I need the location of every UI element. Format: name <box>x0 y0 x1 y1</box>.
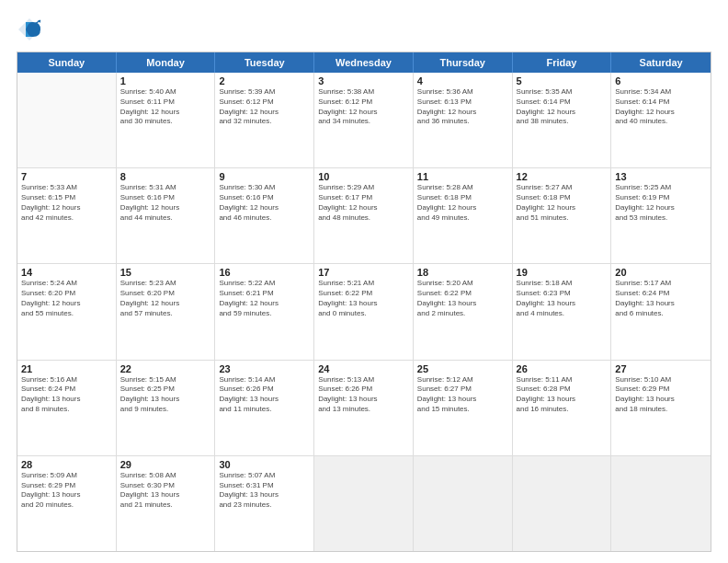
day-cell-4: 4Sunrise: 5:36 AM Sunset: 6:13 PM Daylig… <box>414 73 513 167</box>
empty-cell <box>17 73 117 167</box>
day-cell-28: 28Sunrise: 5:09 AM Sunset: 6:29 PM Dayli… <box>17 456 117 551</box>
day-number: 2 <box>219 75 310 86</box>
day-number: 22 <box>120 363 211 374</box>
day-cell-7: 7Sunrise: 5:33 AM Sunset: 6:15 PM Daylig… <box>17 168 117 263</box>
day-info: Sunrise: 5:07 AM Sunset: 6:31 PM Dayligh… <box>219 471 310 511</box>
day-cell-29: 29Sunrise: 5:08 AM Sunset: 6:30 PM Dayli… <box>117 456 216 551</box>
day-info: Sunrise: 5:21 AM Sunset: 6:22 PM Dayligh… <box>318 279 409 318</box>
day-info: Sunrise: 5:22 AM Sunset: 6:21 PM Dayligh… <box>219 279 310 318</box>
day-number: 11 <box>417 171 508 182</box>
day-info: Sunrise: 5:16 AM Sunset: 6:24 PM Dayligh… <box>21 375 112 415</box>
day-info: Sunrise: 5:40 AM Sunset: 6:11 PM Dayligh… <box>120 87 211 127</box>
day-info: Sunrise: 5:35 AM Sunset: 6:14 PM Dayligh… <box>517 87 608 127</box>
day-info: Sunrise: 5:13 AM Sunset: 6:26 PM Dayligh… <box>318 375 409 415</box>
day-cell-14: 14Sunrise: 5:24 AM Sunset: 6:20 PM Dayli… <box>17 264 117 359</box>
day-info: Sunrise: 5:39 AM Sunset: 6:12 PM Dayligh… <box>219 87 310 127</box>
day-info: Sunrise: 5:30 AM Sunset: 6:16 PM Dayligh… <box>219 183 310 223</box>
day-number: 3 <box>318 75 409 86</box>
day-number: 17 <box>318 267 409 278</box>
day-info: Sunrise: 5:34 AM Sunset: 6:14 PM Dayligh… <box>615 87 707 127</box>
day-number: 5 <box>517 75 608 86</box>
week-row-2: 7Sunrise: 5:33 AM Sunset: 6:15 PM Daylig… <box>17 168 711 264</box>
page: SundayMondayTuesdayWednesdayThursdayFrid… <box>0 0 728 563</box>
day-cell-24: 24Sunrise: 5:13 AM Sunset: 6:26 PM Dayli… <box>314 361 414 455</box>
day-number: 14 <box>21 267 112 278</box>
logo-icon <box>17 17 42 42</box>
empty-cell <box>414 456 513 551</box>
week-row-1: 1Sunrise: 5:40 AM Sunset: 6:11 PM Daylig… <box>17 73 711 168</box>
day-cell-8: 8Sunrise: 5:31 AM Sunset: 6:16 PM Daylig… <box>117 168 216 263</box>
day-number: 29 <box>120 459 211 470</box>
day-number: 27 <box>615 363 707 374</box>
day-cell-2: 2Sunrise: 5:39 AM Sunset: 6:12 PM Daylig… <box>215 73 314 167</box>
day-cell-15: 15Sunrise: 5:23 AM Sunset: 6:20 PM Dayli… <box>117 264 216 359</box>
header-day-friday: Friday <box>513 52 612 73</box>
calendar-body: 1Sunrise: 5:40 AM Sunset: 6:11 PM Daylig… <box>17 73 711 551</box>
day-info: Sunrise: 5:08 AM Sunset: 6:30 PM Dayligh… <box>120 471 211 511</box>
day-cell-16: 16Sunrise: 5:22 AM Sunset: 6:21 PM Dayli… <box>215 264 314 359</box>
day-number: 28 <box>21 459 112 470</box>
week-row-4: 21Sunrise: 5:16 AM Sunset: 6:24 PM Dayli… <box>17 361 711 456</box>
day-cell-23: 23Sunrise: 5:14 AM Sunset: 6:26 PM Dayli… <box>215 361 314 455</box>
day-number: 24 <box>318 363 409 374</box>
day-info: Sunrise: 5:25 AM Sunset: 6:19 PM Dayligh… <box>615 183 707 223</box>
day-cell-18: 18Sunrise: 5:20 AM Sunset: 6:22 PM Dayli… <box>414 264 513 359</box>
day-number: 15 <box>120 267 211 278</box>
day-cell-27: 27Sunrise: 5:10 AM Sunset: 6:29 PM Dayli… <box>611 361 711 455</box>
header-day-wednesday: Wednesday <box>314 52 414 73</box>
day-number: 1 <box>120 75 211 86</box>
day-cell-19: 19Sunrise: 5:18 AM Sunset: 6:23 PM Dayli… <box>513 264 612 359</box>
day-number: 23 <box>219 363 310 374</box>
day-cell-10: 10Sunrise: 5:29 AM Sunset: 6:17 PM Dayli… <box>314 168 414 263</box>
day-info: Sunrise: 5:36 AM Sunset: 6:13 PM Dayligh… <box>417 87 508 127</box>
day-number: 12 <box>517 171 608 182</box>
day-cell-9: 9Sunrise: 5:30 AM Sunset: 6:16 PM Daylig… <box>215 168 314 263</box>
week-row-5: 28Sunrise: 5:09 AM Sunset: 6:29 PM Dayli… <box>17 456 711 551</box>
day-cell-21: 21Sunrise: 5:16 AM Sunset: 6:24 PM Dayli… <box>17 361 117 455</box>
day-info: Sunrise: 5:15 AM Sunset: 6:25 PM Dayligh… <box>120 375 211 415</box>
day-number: 26 <box>517 363 608 374</box>
day-info: Sunrise: 5:23 AM Sunset: 6:20 PM Dayligh… <box>120 279 211 318</box>
day-number: 25 <box>417 363 508 374</box>
day-info: Sunrise: 5:14 AM Sunset: 6:26 PM Dayligh… <box>219 375 310 415</box>
day-number: 16 <box>219 267 310 278</box>
day-cell-25: 25Sunrise: 5:12 AM Sunset: 6:27 PM Dayli… <box>414 361 513 455</box>
day-info: Sunrise: 5:11 AM Sunset: 6:28 PM Dayligh… <box>517 375 608 415</box>
day-cell-11: 11Sunrise: 5:28 AM Sunset: 6:18 PM Dayli… <box>414 168 513 263</box>
calendar-header: SundayMondayTuesdayWednesdayThursdayFrid… <box>17 52 711 73</box>
day-cell-26: 26Sunrise: 5:11 AM Sunset: 6:28 PM Dayli… <box>513 361 612 455</box>
day-number: 18 <box>417 267 508 278</box>
day-number: 8 <box>120 171 211 182</box>
day-cell-30: 30Sunrise: 5:07 AM Sunset: 6:31 PM Dayli… <box>215 456 314 551</box>
week-row-3: 14Sunrise: 5:24 AM Sunset: 6:20 PM Dayli… <box>17 264 711 360</box>
logo <box>17 17 46 42</box>
empty-cell <box>314 456 414 551</box>
day-cell-1: 1Sunrise: 5:40 AM Sunset: 6:11 PM Daylig… <box>117 73 216 167</box>
header <box>17 17 711 42</box>
day-number: 13 <box>615 171 707 182</box>
day-number: 9 <box>219 171 310 182</box>
day-cell-13: 13Sunrise: 5:25 AM Sunset: 6:19 PM Dayli… <box>611 168 711 263</box>
day-cell-17: 17Sunrise: 5:21 AM Sunset: 6:22 PM Dayli… <box>314 264 414 359</box>
day-info: Sunrise: 5:18 AM Sunset: 6:23 PM Dayligh… <box>517 279 608 318</box>
day-cell-20: 20Sunrise: 5:17 AM Sunset: 6:24 PM Dayli… <box>611 264 711 359</box>
day-cell-22: 22Sunrise: 5:15 AM Sunset: 6:25 PM Dayli… <box>117 361 216 455</box>
empty-cell <box>513 456 612 551</box>
day-number: 6 <box>615 75 707 86</box>
day-cell-3: 3Sunrise: 5:38 AM Sunset: 6:12 PM Daylig… <box>314 73 414 167</box>
day-info: Sunrise: 5:33 AM Sunset: 6:15 PM Dayligh… <box>21 183 112 223</box>
day-info: Sunrise: 5:29 AM Sunset: 6:17 PM Dayligh… <box>318 183 409 223</box>
day-number: 7 <box>21 171 112 182</box>
day-info: Sunrise: 5:09 AM Sunset: 6:29 PM Dayligh… <box>21 471 112 511</box>
day-info: Sunrise: 5:31 AM Sunset: 6:16 PM Dayligh… <box>120 183 211 223</box>
day-number: 30 <box>219 459 310 470</box>
calendar: SundayMondayTuesdayWednesdayThursdayFrid… <box>17 52 711 552</box>
day-info: Sunrise: 5:17 AM Sunset: 6:24 PM Dayligh… <box>615 279 707 318</box>
header-day-thursday: Thursday <box>414 52 513 73</box>
day-cell-12: 12Sunrise: 5:27 AM Sunset: 6:18 PM Dayli… <box>513 168 612 263</box>
day-info: Sunrise: 5:28 AM Sunset: 6:18 PM Dayligh… <box>417 183 508 223</box>
empty-cell <box>611 456 711 551</box>
day-info: Sunrise: 5:27 AM Sunset: 6:18 PM Dayligh… <box>517 183 608 223</box>
day-info: Sunrise: 5:38 AM Sunset: 6:12 PM Dayligh… <box>318 87 409 127</box>
header-day-tuesday: Tuesday <box>215 52 314 73</box>
